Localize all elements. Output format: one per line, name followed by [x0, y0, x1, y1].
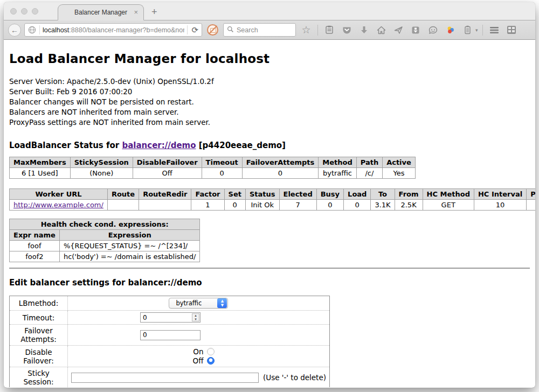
- image-block-icon[interactable]: [207, 24, 218, 36]
- failover-attempts-input[interactable]: [140, 330, 201, 340]
- status-heading-prefix: LoadBalancer Status for: [9, 141, 122, 150]
- cell-elected: 7: [279, 200, 316, 211]
- tab-bar: Balancer Manager × +: [4, 2, 535, 20]
- cell-routeredir: [139, 200, 191, 211]
- lbmethod-select[interactable]: bytraffic ▲▼: [169, 298, 228, 309]
- table-header-row: MaxMembers StickySession DisableFailover…: [10, 157, 416, 168]
- cell-expression: hc('body') =~ /domain is established/: [59, 251, 200, 262]
- server-built: Server Built: Feb 9 2016 07:00:20: [9, 87, 530, 97]
- cell-active: Yes: [383, 168, 416, 179]
- col-timeout: Timeout: [202, 157, 242, 168]
- send-tab-icon[interactable]: [391, 23, 405, 37]
- cell-expr-name: foof: [10, 241, 60, 251]
- tab-balancer-manager[interactable]: Balancer Manager ×: [58, 4, 144, 20]
- table-row: 6 [1 Used] (None) Off 0 0 bytraffic /c/ …: [10, 168, 416, 179]
- balancer-settings-form: LBmethod: bytraffic ▲▼ Timeout: ▴▾: [9, 296, 330, 387]
- cell-route: [107, 200, 139, 211]
- urlbar-separator: [187, 25, 188, 34]
- menu-hamburger-icon[interactable]: [487, 23, 501, 37]
- table-header-row: Expr name Expression: [10, 230, 200, 241]
- cell-failoverattempts: 0: [242, 168, 319, 179]
- extension-battery-icon[interactable]: [460, 23, 474, 37]
- search-placeholder: Search: [237, 26, 258, 34]
- section-divider: [9, 268, 530, 269]
- new-tab-button[interactable]: +: [151, 6, 157, 18]
- lbmethod-row: LBmethod: bytraffic ▲▼: [10, 296, 330, 311]
- cell-load: 0: [344, 200, 371, 211]
- server-version: Server Version: Apache/2.5.0-dev (Unix) …: [9, 76, 530, 87]
- search-bar[interactable]: Search: [223, 23, 296, 37]
- home-icon[interactable]: [374, 23, 388, 37]
- col-passes: Passes: [527, 189, 535, 200]
- tab-close-icon[interactable]: ×: [134, 8, 138, 16]
- col-hc-method: HC Method: [423, 189, 474, 200]
- col-hc-interval: HC Interval: [474, 189, 526, 200]
- cell-status: Init Ok: [245, 200, 279, 211]
- search-icon: [227, 25, 234, 35]
- balancer-demo-link[interactable]: balancer://demo: [122, 141, 196, 150]
- cell-maxmembers: 6 [1 Used]: [10, 168, 71, 179]
- cell-expr-name: foof2: [10, 251, 60, 262]
- tile-grid-icon[interactable]: [505, 23, 519, 37]
- url-bar[interactable]: localhost:8880/balancer-manager?b=demo&n…: [24, 23, 202, 37]
- url-path: :8880/balancer-manager?b=demo&nonce=decc…: [69, 26, 184, 34]
- share-dots-icon[interactable]: [443, 23, 457, 37]
- hello-chat-icon[interactable]: [426, 23, 440, 37]
- zoom-window-button[interactable]: [32, 8, 38, 15]
- col-path: Path: [356, 157, 382, 168]
- extension-dropdown-caret-icon[interactable]: ▾: [475, 27, 478, 33]
- sticky-session-input[interactable]: [71, 373, 259, 383]
- col-load: Load: [344, 189, 371, 200]
- cell-timeout: 0: [202, 168, 242, 179]
- url-host: localhost: [43, 26, 69, 34]
- radio-on-label: On: [193, 347, 203, 356]
- cell-from: 2.5K: [395, 200, 423, 211]
- site-identity-globe-icon[interactable]: [27, 23, 37, 37]
- col-from: From: [395, 189, 423, 200]
- timeout-label: Timeout:: [10, 311, 68, 325]
- col-elected: Elected: [279, 189, 316, 200]
- table-header-row: Worker URL Route RouteRedir Factor Set S…: [10, 189, 536, 200]
- worker-table: Worker URL Route RouteRedir Factor Set S…: [9, 188, 535, 211]
- col-expression: Expression: [59, 230, 200, 241]
- minimize-window-button[interactable]: [21, 8, 27, 15]
- sticky-session-cell: (Use '-' to delete): [67, 367, 329, 388]
- cell-expression: %{REQUEST_STATUS} =~ /^[234]/: [59, 241, 200, 251]
- col-status: Status: [245, 189, 279, 200]
- close-window-button[interactable]: [10, 8, 17, 15]
- health-title-row: Health check cond. expressions:: [10, 219, 200, 230]
- number-stepper-icon[interactable]: ▴▾: [192, 313, 199, 321]
- disable-failover-cell: On Off: [67, 346, 329, 367]
- disable-failover-on-radio[interactable]: [207, 348, 215, 355]
- select-arrows-icon: ▲▼: [217, 298, 227, 308]
- back-button[interactable]: ←: [8, 24, 21, 37]
- status-heading-suffix: [p4420eeae_demo]: [196, 141, 286, 150]
- navigation-toolbar: ← localhost:8880/balancer-manager?b=demo…: [4, 20, 535, 40]
- pocket-icon[interactable]: [340, 23, 354, 37]
- cell-set: 0: [224, 200, 245, 211]
- url-text[interactable]: localhost:8880/balancer-manager?b=demo&n…: [43, 26, 184, 34]
- col-stickysession: StickySession: [70, 157, 133, 168]
- disable-failover-off-radio[interactable]: [207, 357, 215, 365]
- reload-icon[interactable]: ⟳: [190, 25, 199, 35]
- col-set: Set: [224, 189, 245, 200]
- tab-queue-icon[interactable]: [409, 23, 423, 37]
- lbmethod-selected-value: bytraffic: [176, 299, 207, 307]
- cell-disablefailover: Off: [133, 168, 202, 179]
- cell-worker-url: http://www.example.com/: [10, 200, 108, 211]
- cell-path: /c/: [356, 168, 382, 179]
- col-routeredir: RouteRedir: [139, 189, 191, 200]
- downloads-icon[interactable]: [357, 23, 371, 37]
- loadbalancer-status-heading: LoadBalancer Status for balancer://demo …: [9, 141, 530, 150]
- failover-attempts-label: Failover Attempts:: [10, 325, 68, 346]
- sticky-session-hint: (Use '-' to delete): [263, 373, 326, 382]
- toolbar-separator: [482, 25, 483, 36]
- col-factor: Factor: [191, 189, 224, 200]
- cell-stickysession: (None): [70, 168, 133, 179]
- table-row: foof2 hc('body') =~ /domain is establish…: [10, 251, 200, 262]
- bookmark-star-icon[interactable]: ☆: [299, 23, 313, 37]
- worker-url-link[interactable]: http://www.example.com/: [13, 201, 103, 209]
- reading-list-icon[interactable]: [322, 23, 336, 37]
- col-maxmembers: MaxMembers: [10, 157, 71, 168]
- cell-hc-method: GET: [423, 200, 474, 211]
